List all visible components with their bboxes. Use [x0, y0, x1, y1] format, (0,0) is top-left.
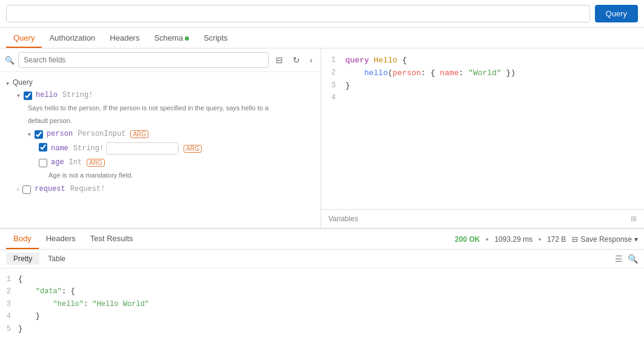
query-section-label: Query [13, 78, 33, 87]
name-arg-type: String! [73, 144, 104, 153]
age-arg-type: Int [69, 158, 82, 167]
refresh-icon[interactable]: ↻ [290, 54, 303, 66]
line-num-3: 3 [321, 80, 345, 93]
tab-schema[interactable]: Schema [147, 28, 196, 48]
person-type: PersonInput [78, 130, 125, 138]
collapse-icon[interactable]: ⊟ [273, 54, 286, 66]
request-name: request [35, 185, 65, 193]
tab-authorization[interactable]: Authorization [42, 28, 102, 48]
editor-line-1: 1 query Hello { [321, 55, 644, 67]
name-arg-name: name [51, 144, 68, 153]
bottom-tabs-row: Body Headers Test Results 200 OK 1093.29… [0, 229, 644, 250]
field-tree: ▾ Query ▾ hello String! Says hello to th… [0, 72, 320, 228]
right-panel: 1 query Hello { 2 hello(person: { name: … [321, 48, 644, 228]
request-type: Request! [70, 185, 105, 193]
query-section-header[interactable]: ▾ Query [0, 76, 320, 89]
query-chevron: ▾ [6, 80, 9, 87]
line-code-2: hello(person: { name: "World" }) [345, 67, 516, 80]
editor-area[interactable]: 1 query Hello { 2 hello(person: { name: … [321, 48, 644, 209]
variables-label: Variables [328, 215, 358, 223]
resp-line-5: 5 } [0, 323, 644, 335]
name-arg-input[interactable]: World [106, 142, 179, 155]
status-area: 200 OK 1093.29 ms 172 B ⊟ Save Response … [455, 235, 638, 244]
rtab-pretty[interactable]: Pretty [6, 253, 39, 265]
age-arg-desc: Age is not a mandatory field. [0, 169, 320, 183]
hello-row: ▾ hello String! [0, 89, 320, 102]
variables-icon: ⊞ [631, 215, 637, 223]
left-panel: 🔍 ⊟ ↻ ‹ ▾ Query ▾ hello String! Says h [0, 48, 321, 228]
hello-chevron[interactable]: ▾ [17, 92, 20, 99]
tab-scripts[interactable]: Scripts [196, 28, 235, 48]
status-dot-2 [539, 238, 541, 241]
person-name: person [47, 130, 73, 138]
resp-tabs: Pretty Table [6, 253, 73, 265]
close-panel-icon[interactable]: ‹ [307, 54, 316, 66]
hello-desc2: default person. [0, 116, 320, 128]
resp-line-2: 2 "data": { [0, 285, 644, 298]
hello-checkbox[interactable] [24, 92, 32, 100]
schema-dot [185, 36, 189, 41]
hello-desc: Says hello to the person. If the person … [0, 102, 320, 116]
save-chevron-icon: ▾ [634, 235, 638, 244]
save-label: Save Response [580, 235, 632, 244]
btab-test-results[interactable]: Test Results [83, 229, 141, 249]
person-checkbox[interactable] [35, 130, 43, 139]
resp-line-1: 1 { [0, 273, 644, 285]
request-row: › request Request! [0, 183, 320, 196]
hello-type: String! [62, 91, 93, 99]
name-arg-checkbox[interactable] [39, 143, 47, 152]
person-chevron[interactable]: ▾ [28, 131, 31, 138]
response-code-area: 1 { 2 "data": { 3 "hello": "Hello World"… [0, 268, 644, 343]
bottom-tabs: Body Headers Test Results [6, 229, 141, 249]
top-tabs-row: Query Authorization Headers Schema Scrip… [0, 28, 644, 48]
person-arg-badge: ARG [130, 130, 148, 138]
status-code: 200 OK [455, 235, 480, 244]
hello-name: hello [36, 91, 58, 99]
url-input[interactable]: https://graphql.postman-echo.com/graphql [6, 5, 590, 22]
bottom-section: Body Headers Test Results 200 OK 1093.29… [0, 228, 644, 343]
resp-tabs-row: Pretty Table ☰ 🔍 [0, 250, 644, 268]
line-num-2: 2 [321, 67, 345, 80]
search-icon: 🔍 [5, 56, 15, 65]
line-code-1: query Hello { [345, 55, 407, 67]
send-button[interactable]: Query [595, 5, 638, 22]
tab-query[interactable]: Query [6, 28, 42, 48]
line-num-1: 1 [321, 55, 345, 67]
variables-bar[interactable]: Variables ⊞ [321, 209, 644, 228]
editor-line-4: 4 [321, 92, 644, 104]
name-arg-badge: ARG [184, 145, 202, 153]
line-num-4: 4 [321, 92, 345, 104]
line-code-3: } [345, 80, 350, 93]
tab-headers[interactable]: Headers [102, 28, 147, 48]
person-row: ▾ person PersonInput ARG [0, 128, 320, 141]
name-arg-row: name String! World ARG [0, 141, 320, 156]
btab-headers[interactable]: Headers [39, 229, 83, 249]
age-arg-checkbox[interactable] [39, 159, 47, 167]
request-chevron[interactable]: › [17, 186, 19, 193]
age-arg-badge: ARG [87, 159, 105, 167]
editor-line-2: 2 hello(person: { name: "World" }) [321, 67, 644, 80]
editor-line-3: 3 } [321, 80, 644, 93]
save-response-button[interactable]: ⊟ Save Response ▾ [572, 235, 638, 244]
age-arg-name: age [51, 158, 64, 167]
wrap-icon[interactable]: ☰ [615, 254, 623, 264]
request-checkbox[interactable] [22, 185, 31, 194]
status-time: 1093.29 ms [494, 235, 533, 244]
resp-search-icon[interactable]: 🔍 [628, 254, 638, 264]
resp-line-4: 4 } [0, 310, 644, 322]
main-area: 🔍 ⊟ ↻ ‹ ▾ Query ▾ hello String! Says h [0, 48, 644, 228]
status-dot-1 [486, 238, 488, 241]
search-input[interactable] [18, 52, 269, 68]
status-size: 172 B [547, 235, 566, 244]
search-row: 🔍 ⊟ ↻ ‹ [0, 48, 320, 72]
resp-icons: ☰ 🔍 [615, 254, 638, 264]
btab-body[interactable]: Body [6, 229, 39, 249]
rtab-table[interactable]: Table [41, 253, 73, 265]
age-arg-row: age Int ARG [0, 156, 320, 169]
save-icon: ⊟ [572, 235, 578, 244]
resp-line-3: 3 "hello": "Hello World" [0, 298, 644, 310]
url-bar: https://graphql.postman-echo.com/graphql… [0, 0, 644, 28]
